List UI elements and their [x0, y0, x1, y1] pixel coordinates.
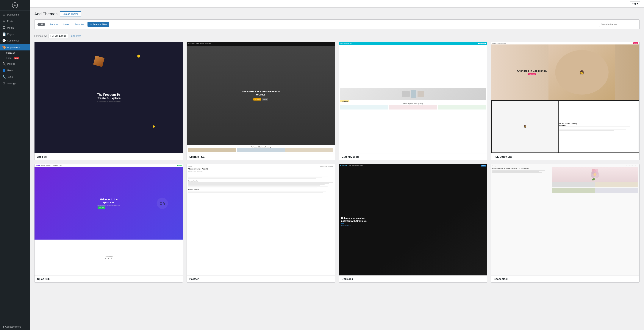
edit-filters-link[interactable]: Edit Filters [70, 35, 81, 37]
sparkle-nav: Sparkle FSE HOME ABOUT SERVICES [187, 42, 335, 46]
filter-tab-latest[interactable]: Latest [61, 22, 72, 27]
filter-tab-favorites[interactable]: Favorites [72, 22, 86, 27]
sidebar-nav: ⊞ Dashboard ✏ Posts 🖼 Media 📄 Pages 💬 Co… [0, 11, 30, 87]
sidebar-item-label: Tools [7, 76, 13, 78]
theme-screenshot-gutenify-blog: Gutenify Blog Home Blog Subscribe Now [339, 42, 487, 153]
page-header: Add Themes Upload Theme [34, 12, 640, 17]
help-label: Help ▾ [632, 3, 638, 5]
spaceblock-content: Book Bans Are Targeting the History of O… [492, 167, 638, 274]
theme-card-sparkle-fse[interactable]: Sparkle FSE HOME ABOUT SERVICES INNOVATI… [186, 42, 335, 160]
sidebar-sub-editor[interactable]: Editor beta [0, 56, 30, 61]
sidebar-item-settings[interactable]: ⚙ Settings [0, 80, 30, 87]
theme-count-badge: 163 [38, 23, 45, 26]
theme-card-spaceblock[interactable]: Trending Home · About · Blog · Contact B… [491, 164, 640, 283]
sidebar-sub-label: Themes [6, 52, 15, 54]
theme-card-spice-fse[interactable]: SPICE Pages ▾ Variations ▾ Post styles ▾… [34, 164, 183, 283]
sidebar-item-label: Settings [7, 82, 16, 85]
theme-name-spice-fse: Spice FSE [34, 275, 183, 282]
sidebar-item-label: Users [7, 69, 14, 72]
sidebar-item-label: Plugins [7, 62, 15, 65]
sidebar-item-pages[interactable]: 📄 Pages [0, 31, 30, 37]
sidebar-item-label: Dashboard [7, 13, 19, 16]
theme-name-powder: Powder [187, 275, 335, 282]
gear-icon: ⚙ [90, 23, 92, 26]
gutenify-content: couple Trend News We can only learn to l… [339, 45, 487, 153]
theme-screenshot-powder: Powder Sample · Share · Download This is… [187, 164, 335, 276]
theme-card-uniblock[interactable]: ● UNIBLOCK Home About Services Contact H… [339, 164, 487, 283]
fse-bottom: 👩‍💼 We Are Experts LearningInstitution [491, 100, 639, 153]
sidebar-item-label: Comments [7, 39, 19, 42]
posts-icon: ✏ [2, 20, 6, 23]
theme-card-arc-fse[interactable]: The Freedom ToCreate & Explore We create… [34, 42, 183, 160]
theme-name-fse-study-lite: FSE Study Lite [491, 153, 639, 160]
page-title: Add Themes [34, 12, 58, 17]
pages-icon: 📄 [2, 32, 6, 36]
sidebar-item-posts[interactable]: ✏ Posts [0, 18, 30, 25]
sidebar-item-label: Appearance [7, 46, 20, 49]
fse-hero: Anchored in Excellence. Sign Up Now 👩 [491, 45, 639, 100]
theme-screenshot-arc-fse: The Freedom ToCreate & Explore We create… [34, 42, 183, 153]
sidebar-item-appearance[interactable]: 🎨 Appearance [0, 44, 30, 51]
uniblock-nav: ● UNIBLOCK Home About Services Contact H… [339, 164, 487, 167]
theme-screenshot-spaceblock: Trending Home · About · Blog · Contact B… [491, 164, 639, 276]
feature-filter-label: Feature Filter [93, 23, 107, 26]
svg-point-6 [594, 173, 596, 176]
dashboard-icon: ⊞ [2, 13, 6, 17]
uniblock-hero: Unblock your creativepotential with UniB… [339, 167, 487, 276]
theme-card-powder[interactable]: Powder Sample · Share · Download This is… [186, 164, 335, 283]
plugins-icon: 🔌 [2, 62, 6, 66]
search-themes-input[interactable] [599, 22, 636, 27]
tools-icon: 🔧 [2, 75, 6, 79]
theme-card-gutenify-blog[interactable]: Gutenify Blog Home Blog Subscribe Now [339, 42, 487, 160]
appearance-icon: 🎨 [2, 45, 6, 49]
topbar: Help ▾ [30, 0, 644, 8]
theme-screenshot-fse-study-lite: Study Lite Home Articles Blog Sign Up An… [491, 42, 639, 153]
sidebar-item-label: Posts [7, 20, 13, 23]
beta-badge: beta [14, 57, 19, 59]
gutenify-hero: couple [340, 88, 486, 100]
wp-logo: W [0, 0, 30, 11]
theme-screenshot-uniblock: ● UNIBLOCK Home About Services Contact H… [339, 164, 487, 276]
powder-topbar: Powder Sample · Share · Download [188, 166, 334, 167]
sidebar-item-dashboard[interactable]: ⊞ Dashboard [0, 12, 30, 18]
sidebar-sub-label: Editor [6, 57, 12, 59]
collapse-menu-button[interactable]: ◀ Collapse menu [0, 323, 30, 330]
filtering-by-label: Filtering by: [34, 35, 47, 37]
theme-card-fse-study-lite[interactable]: Study Lite Home Articles Blog Sign Up An… [491, 42, 640, 160]
collapse-menu-label: Collapse menu [5, 325, 22, 328]
spice-bottom: Quisque Blandit ✦ ◈ ⚘ [34, 240, 183, 275]
filtering-by-bar: Filtering by: Full Site Editing Edit Fil… [34, 32, 640, 39]
sidebar-item-tools[interactable]: 🔧 Tools [0, 74, 30, 80]
fse-nav: Study Lite Home Articles Blog Sign Up [491, 42, 639, 45]
feature-filter-button[interactable]: ⚙ Feature Filter [88, 22, 109, 27]
themes-grid: The Freedom ToCreate & Explore We create… [34, 42, 640, 282]
sparkle-bottom: Professional Business Planning [187, 145, 335, 153]
sidebar: W ⊞ Dashboard ✏ Posts 🖼 Media 📄 Pages 💬 … [0, 0, 30, 330]
filter-tab-popular[interactable]: Popular [48, 22, 60, 27]
sidebar-item-media[interactable]: 🖼 Media [0, 25, 30, 31]
theme-screenshot-sparkle-fse: Sparkle FSE HOME ABOUT SERVICES INNOVATI… [187, 42, 335, 153]
sidebar-item-users[interactable]: 👤 Users [0, 67, 30, 74]
sidebar-item-plugins[interactable]: 🔌 Plugins [0, 61, 30, 67]
active-filter-chip: Full Site Editing [48, 34, 68, 38]
gutenify-grid [340, 105, 486, 109]
settings-icon: ⚙ [2, 82, 6, 85]
media-icon: 🖼 [2, 26, 6, 29]
spice-nav: SPICE Pages ▾ Variations ▾ Post styles ▾… [34, 164, 183, 167]
fse-bottom-left: 👩‍💼 [492, 101, 558, 152]
theme-name-spaceblock: Spaceblock [491, 275, 639, 282]
collapse-arrow-icon: ◀ [2, 325, 4, 328]
upload-theme-button[interactable]: Upload Theme [60, 12, 81, 17]
sidebar-item-comments[interactable]: 💬 Comments [0, 37, 30, 44]
theme-name-gutenify-blog: Gutenify Blog [339, 153, 487, 160]
sidebar-sub-themes[interactable]: Themes [0, 51, 30, 56]
sidebar-item-label: Media [7, 26, 14, 29]
gutenify-nav: Gutenify Blog Home Blog Subscribe Now [339, 42, 487, 45]
sidebar-item-label: Pages [7, 33, 14, 36]
help-button[interactable]: Help ▾ [630, 2, 640, 6]
main-content: Help ▾ Add Themes Upload Theme 163 Popul… [30, 0, 644, 330]
theme-name-sparkle-fse: Sparkle FSE [187, 153, 335, 160]
svg-point-8 [592, 178, 595, 181]
spice-hero: 🛍 Welcome to theSpice FSE Lorem ipsum do… [34, 167, 183, 240]
spaceblock-grid [552, 182, 638, 193]
